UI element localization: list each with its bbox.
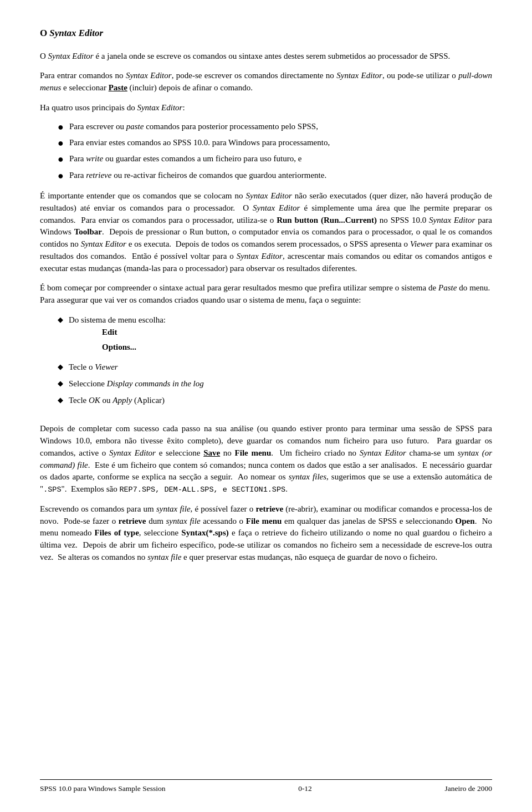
p2-pulldown: pull-down menus [40, 71, 492, 92]
p6-syntax-editor-2: Syntax Editor [360, 448, 406, 457]
page-container: O Syntax Editor O Syntax Editor é a jane… [0, 0, 532, 812]
page-footer: SPSS 10.0 para Windows Sample Session 0-… [40, 779, 492, 794]
p6-file-menu: File menu [235, 448, 272, 457]
p7-retrieve-2: retrieve [119, 517, 146, 525]
paragraph-2: Para entrar comandos no Syntax Editor, p… [40, 70, 492, 94]
p7-retrieve-1: retrieve [255, 504, 283, 513]
title-text: Syntax Editor [49, 27, 103, 40]
bullet-4-text: Para retrieve ou re-activar ficheiros de… [69, 170, 326, 182]
bullet-2-text: Para enviar estes comandos ao SPSS 10.0.… [69, 137, 330, 149]
p1-text: O Syntax Editor é a janela onde se escre… [40, 52, 450, 60]
bullet-2-icon: ● [58, 137, 64, 150]
p4-syntax-editor-4: Syntax Editor [81, 239, 126, 248]
footer-left: SPSS 10.0 para Windows Sample Session [40, 783, 165, 794]
p4-syntax-editor-1: Syntax Editor [245, 191, 291, 200]
viewer-italic: Viewer [95, 362, 117, 371]
bullet-list: ● Para escrever ou paste comandos para p… [58, 121, 492, 183]
paragraph-3-intro: Ha quatro usos principais do Syntax Edit… [40, 102, 492, 114]
edit-label: Edit [102, 326, 166, 339]
p1-syntax-editor: Syntax Editor [48, 52, 94, 60]
bullet-1-icon: ● [58, 121, 64, 134]
p7-open: Open [456, 517, 475, 525]
diamond-4-icon: ◆ [58, 395, 63, 406]
paste-italic: paste [126, 122, 144, 131]
diamond-item-2: ◆ Tecle o Viewer [58, 361, 492, 374]
edit-bold: Edit [102, 328, 117, 336]
p4-viewer: Viewer [410, 239, 433, 248]
p7-syntax-sps: Syntax(*.sps) [181, 528, 228, 537]
p6-examples: REP7.SPS, DEM-ALL.SPS, e SECTION1.SPS [119, 486, 285, 494]
p4-syntax-editor-5: Syntax Editor [237, 252, 283, 261]
paragraph-4: É importante entender que os comandos qu… [40, 190, 492, 274]
diamond-3-text: Seleccione Display commands in the log [69, 378, 204, 390]
p6-syntax-files: syntax files [289, 472, 326, 481]
options-label: Options... [102, 341, 166, 354]
p3-syntax-editor: Syntax Editor [137, 103, 182, 112]
paragraph-5: É bom começar por compreender o sintaxe … [40, 282, 492, 307]
p4-run-button: Run button (Run...Current) [277, 216, 377, 224]
p4-syntax-editor-3: Syntax Editor [429, 216, 475, 224]
p7-files-of-type: Files of type [95, 528, 139, 537]
diamond-list: ◆ Do sistema de menu escolha: Edit Optio… [58, 314, 492, 407]
bullet-item-4: ● Para retrieve ou re-activar ficheiros … [58, 170, 492, 182]
p7-syntax-file-1: syntax file [156, 504, 191, 513]
bullet-4-icon: ● [58, 170, 64, 182]
diamond-4-text: Tecle OK ou Apply (Aplicar) [69, 395, 165, 407]
footer-center: 0-12 [298, 783, 312, 794]
options-bold: Options... [102, 343, 136, 351]
paragraph-7: Escrevendo os comandos para um syntax fi… [40, 503, 492, 564]
p6-syntax-editor-1: Syntax Editor [109, 448, 156, 457]
apply-italic: Apply [112, 396, 132, 405]
ok-italic: OK [89, 396, 100, 405]
p6-sps-ext: .SPS [43, 486, 61, 494]
bullet-item-3: ● Para write ou guardar estes comandos a… [58, 153, 492, 166]
retrieve-italic: retrieve [86, 171, 111, 180]
page-title: O Syntax Editor [40, 27, 492, 40]
p2-syntax-editor-1: Syntax Editor [126, 71, 172, 80]
diamond-2-text: Tecle o Viewer [69, 361, 118, 374]
spacer [40, 414, 492, 423]
p2-paste: Paste [109, 83, 127, 92]
p6-save: Save [203, 448, 220, 457]
diamond-3-icon: ◆ [58, 378, 63, 389]
p7-file-menu: File menu [246, 517, 282, 525]
p5-paste: Paste [438, 283, 457, 292]
p7-syntax-file-3: syntax file [147, 553, 181, 561]
diamond-2-icon: ◆ [58, 361, 63, 372]
p4-toolbar: Toolbar [74, 227, 102, 236]
bullet-item-2: ● Para enviar estes comandos ao SPSS 10.… [58, 137, 492, 150]
p2-syntax-editor-2: Syntax Editor [336, 71, 382, 80]
p4-syntax-editor-2: Syntax Editor [253, 203, 300, 212]
bullet-3-text: Para write ou guardar estes comandos a u… [69, 153, 301, 165]
p7-syntax-file-2: syntax file [166, 517, 200, 525]
diamond-item-4: ◆ Tecle OK ou Apply (Aplicar) [58, 395, 492, 407]
bullet-item-1: ● Para escrever ou paste comandos para p… [58, 121, 492, 134]
paragraph-6: Depois de completar com sucesso cada pas… [40, 423, 492, 496]
write-italic: write [86, 154, 103, 163]
footer-right: Janeiro de 2000 [445, 783, 492, 794]
title-o: O [40, 27, 47, 40]
bullet-3-icon: ● [58, 153, 64, 166]
diamond-1-text: Do sistema de menu escolha: Edit Options… [69, 314, 166, 357]
bullet-1-text: Para escrever ou paste comandos para pos… [69, 121, 318, 133]
diamond-item-3: ◆ Seleccione Display commands in the log [58, 378, 492, 390]
paragraph-1: O Syntax Editor é a janela onde se escre… [40, 50, 492, 63]
diamond-item-1: ◆ Do sistema de menu escolha: Edit Optio… [58, 314, 492, 357]
display-commands-italic: Display commands in the log [107, 379, 204, 388]
diamond-1-icon: ◆ [58, 314, 63, 325]
